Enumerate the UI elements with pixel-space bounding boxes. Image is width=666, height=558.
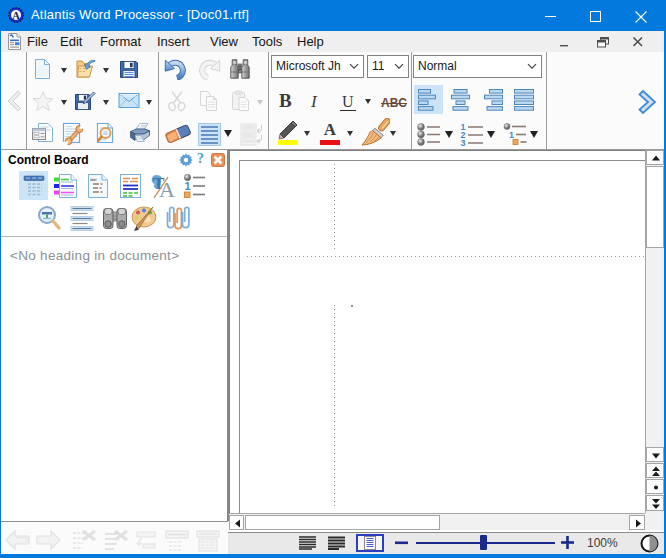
document-header-button[interactable] <box>164 529 190 552</box>
paste-dropdown[interactable] <box>257 100 263 105</box>
control-board-close-icon[interactable] <box>211 153 225 167</box>
underline-button[interactable]: U <box>340 93 356 111</box>
underline-dropdown[interactable] <box>365 99 371 104</box>
highlight-dropdown[interactable] <box>304 131 310 136</box>
zoom-slider-thumb[interactable] <box>480 535 487 550</box>
zoom-in-button[interactable] <box>561 536 574 549</box>
minimize-button[interactable] <box>528 1 573 30</box>
cb-tab-paragraphs[interactable] <box>70 206 94 232</box>
erase-button[interactable] <box>165 124 191 144</box>
document-icon[interactable] <box>7 33 22 50</box>
horizontal-scrollbar[interactable] <box>229 513 645 530</box>
scroll-left-button[interactable] <box>229 515 244 530</box>
align-center-button[interactable] <box>450 89 471 111</box>
paste-button[interactable] <box>230 90 252 112</box>
draft-view-button[interactable] <box>299 536 316 550</box>
redo-button[interactable] <box>197 57 221 80</box>
numbered-list-button[interactable]: 1 2 3 <box>460 122 484 146</box>
document-footer-button[interactable] <box>195 529 221 552</box>
menu-format[interactable]: Format <box>100 34 141 49</box>
format-painter-dropdown[interactable] <box>390 131 396 136</box>
menu-edit[interactable]: Edit <box>60 34 82 49</box>
mdi-restore-icon[interactable] <box>596 36 610 48</box>
scroll-down-button[interactable] <box>646 447 664 462</box>
clear-formatting-button[interactable] <box>103 530 129 551</box>
align-right-button[interactable] <box>482 89 503 111</box>
navigate-forward-button[interactable] <box>35 529 62 551</box>
cb-tab-find[interactable] <box>102 205 128 232</box>
scroll-up-button[interactable] <box>646 150 664 165</box>
style-combobox[interactable]: Normal <box>413 55 542 78</box>
cut-button[interactable] <box>166 90 188 112</box>
copy-button[interactable] <box>198 90 220 112</box>
save-special-dropdown[interactable] <box>103 100 109 105</box>
save-button[interactable] <box>118 58 140 80</box>
paragraph-formatting-dropdown[interactable] <box>224 130 232 137</box>
document-view[interactable] <box>229 150 645 513</box>
zoom-out-button[interactable] <box>395 541 408 545</box>
menu-help[interactable]: Help <box>297 34 324 49</box>
cb-tab-fonts[interactable]: T A <box>151 173 176 199</box>
favorites-dropdown[interactable] <box>61 100 67 105</box>
mdi-close-icon[interactable] <box>631 36 645 48</box>
full-screen-button[interactable] <box>640 534 659 553</box>
previous-page-button[interactable] <box>646 463 664 478</box>
align-justify-button[interactable] <box>514 89 535 111</box>
new-document-button[interactable] <box>32 58 53 80</box>
toolbar-scroll-right-chevron[interactable] <box>637 89 661 115</box>
font-color-dropdown[interactable] <box>347 131 353 136</box>
styled-paste-button[interactable] <box>240 123 264 146</box>
cb-tab-fields[interactable] <box>119 173 142 199</box>
cb-tab-overview[interactable] <box>36 205 62 233</box>
multilevel-list-dropdown[interactable] <box>530 131 538 138</box>
bullet-list-button[interactable] <box>417 123 441 146</box>
find-button[interactable] <box>229 58 251 81</box>
print-preview-button[interactable] <box>94 122 116 144</box>
control-board-help-icon[interactable]: ? <box>197 151 204 167</box>
vertical-scrollbar[interactable] <box>645 150 664 513</box>
mdi-minimize-icon[interactable] <box>558 36 572 48</box>
document-options-button[interactable] <box>62 121 86 145</box>
align-left-button[interactable] <box>418 89 439 111</box>
new-document-dropdown[interactable] <box>61 68 67 73</box>
multilevel-list-button[interactable]: 1 <box>503 123 527 146</box>
paragraph-formatting-button[interactable] <box>198 123 221 146</box>
toolbar-scroll-left-chevron[interactable] <box>4 89 22 113</box>
horizontal-scroll-thumb[interactable] <box>245 515 440 530</box>
web-view-button[interactable] <box>328 536 345 550</box>
numbered-list-dropdown[interactable] <box>487 131 495 138</box>
document-properties-button[interactable] <box>31 122 54 144</box>
undo-button[interactable] <box>164 57 188 80</box>
control-board-settings-gear-icon[interactable] <box>179 153 193 167</box>
cb-tab-attachments[interactable] <box>164 204 190 233</box>
highlight-button[interactable] <box>277 119 299 145</box>
close-button[interactable] <box>618 1 663 30</box>
cb-tab-lists[interactable]: 1 <box>183 174 206 198</box>
last-edit-button[interactable] <box>134 530 157 551</box>
maximize-button[interactable] <box>573 1 618 30</box>
open-document-button[interactable] <box>73 58 96 80</box>
menu-tools[interactable]: Tools <box>252 34 282 49</box>
save-special-button[interactable] <box>73 90 96 112</box>
next-page-button[interactable] <box>646 495 664 511</box>
print-layout-view-button[interactable] <box>356 534 384 552</box>
print-button[interactable] <box>128 122 151 144</box>
cb-tab-headings[interactable] <box>22 174 46 198</box>
menu-insert[interactable]: Insert <box>157 34 190 49</box>
cb-tab-keywords[interactable] <box>87 173 109 199</box>
font-color-button[interactable]: A <box>320 121 340 145</box>
bold-button[interactable]: B <box>279 90 292 112</box>
scroll-right-button[interactable] <box>629 515 645 530</box>
font-name-combobox[interactable]: Microsoft Jh <box>271 55 364 78</box>
email-dropdown[interactable] <box>146 100 152 105</box>
italic-button[interactable]: I <box>311 92 317 112</box>
cb-tab-styles[interactable] <box>53 173 78 199</box>
font-size-combobox[interactable]: 11 <box>367 55 409 78</box>
menu-file[interactable]: File <box>27 34 48 49</box>
bullet-list-dropdown[interactable] <box>445 131 453 138</box>
email-button[interactable] <box>118 91 140 110</box>
select-browse-object-button[interactable] <box>646 479 664 494</box>
clear-list-button[interactable] <box>71 530 97 551</box>
menu-view[interactable]: View <box>210 34 238 49</box>
open-document-dropdown[interactable] <box>103 68 109 73</box>
